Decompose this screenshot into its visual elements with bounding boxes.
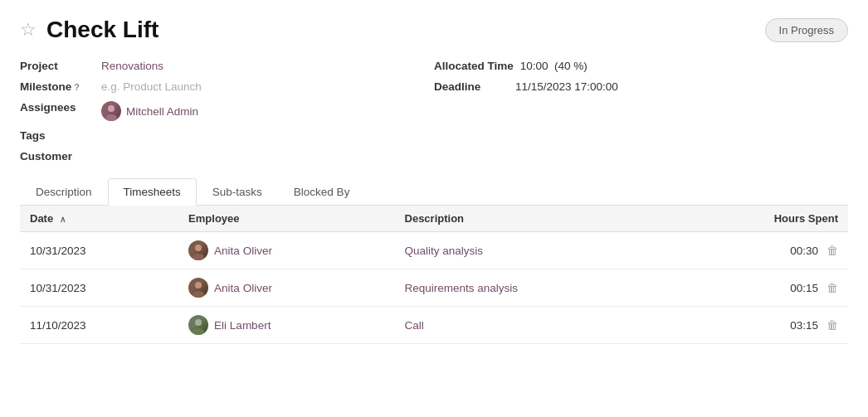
svg-point-4 bbox=[195, 282, 202, 289]
project-row: Project Renovations bbox=[20, 60, 434, 72]
employee-name[interactable]: Anita Oliver bbox=[214, 282, 272, 294]
cell-description-1: Requirements analysis bbox=[395, 269, 673, 307]
deadline-label: Deadline bbox=[434, 80, 509, 93]
milestone-label: Milestone ? bbox=[20, 80, 95, 93]
favorite-icon[interactable]: ☆ bbox=[20, 21, 37, 39]
tab-description[interactable]: Description bbox=[20, 178, 108, 206]
page-title: Check Lift bbox=[46, 17, 158, 43]
hours-value: 03:15 bbox=[790, 319, 818, 332]
description-value[interactable]: Requirements analysis bbox=[405, 282, 519, 294]
svg-point-7 bbox=[193, 328, 204, 335]
cell-description-0: Quality analysis bbox=[395, 232, 673, 269]
customer-label: Customer bbox=[20, 150, 95, 162]
delete-icon[interactable]: 🗑 bbox=[827, 244, 838, 257]
col-description: Description bbox=[395, 206, 673, 232]
table-row: 10/31/2023 Anita Oliver Requirements ana… bbox=[20, 269, 848, 307]
cell-date-0: 10/31/2023 bbox=[20, 232, 178, 269]
delete-icon[interactable]: 🗑 bbox=[827, 318, 838, 332]
page-header: ☆ Check Lift In Progress bbox=[20, 17, 848, 43]
timesheets-table: Date ∧ Employee Description Hours Spent … bbox=[20, 206, 848, 344]
allocated-time-value: 10:00 (40 %) bbox=[520, 60, 588, 72]
col-date[interactable]: Date ∧ bbox=[20, 206, 178, 232]
milestone-row: Milestone ? e.g. Product Launch bbox=[20, 80, 434, 93]
status-badge[interactable]: In Progress bbox=[765, 18, 848, 42]
avatar bbox=[101, 101, 121, 121]
tabs-section: Description Timesheets Sub-tasks Blocked… bbox=[20, 177, 848, 206]
employee-name[interactable]: Eli Lambert bbox=[214, 319, 271, 332]
svg-point-5 bbox=[193, 291, 204, 298]
delete-icon[interactable]: 🗑 bbox=[827, 281, 838, 294]
svg-point-6 bbox=[195, 319, 202, 326]
assignee-value[interactable]: Mitchell Admin bbox=[101, 101, 198, 121]
project-label: Project bbox=[20, 60, 95, 72]
tab-timesheets[interactable]: Timesheets bbox=[108, 178, 197, 206]
customer-row: Customer bbox=[20, 150, 434, 162]
hours-value: 00:15 bbox=[790, 282, 818, 294]
assignees-row: Assignees Mitchell Admin bbox=[20, 101, 434, 121]
description-value[interactable]: Quality analysis bbox=[405, 245, 484, 257]
table-section: Date ∧ Employee Description Hours Spent … bbox=[20, 206, 848, 344]
cell-description-2: Call bbox=[395, 307, 673, 344]
meta-right: Allocated Time 10:00 (40 %) Deadline 11/… bbox=[434, 60, 848, 162]
deadline-row: Deadline 11/15/2023 17:00:00 bbox=[434, 80, 848, 93]
svg-point-3 bbox=[193, 254, 204, 260]
cell-hours-2: 03:15 🗑 bbox=[673, 307, 848, 344]
col-hours: Hours Spent bbox=[673, 206, 848, 232]
table-row: 10/31/2023 Anita Oliver Quality analysis… bbox=[20, 232, 848, 269]
svg-point-1 bbox=[105, 114, 117, 121]
meta-section: Project Renovations Milestone ? e.g. Pro… bbox=[20, 60, 848, 162]
project-value[interactable]: Renovations bbox=[101, 60, 163, 72]
milestone-help-icon[interactable]: ? bbox=[74, 82, 80, 92]
hours-value: 00:30 bbox=[790, 245, 818, 257]
table-header-row: Date ∧ Employee Description Hours Spent bbox=[20, 206, 848, 232]
assignees-label: Assignees bbox=[20, 101, 95, 114]
cell-hours-0: 00:30 🗑 bbox=[673, 232, 848, 269]
tags-label: Tags bbox=[20, 129, 95, 142]
avatar bbox=[188, 315, 208, 335]
cell-hours-1: 00:15 🗑 bbox=[673, 269, 848, 307]
cell-employee-1: Anita Oliver bbox=[178, 269, 394, 307]
description-value[interactable]: Call bbox=[405, 319, 424, 332]
cell-date-1: 10/31/2023 bbox=[20, 269, 178, 307]
tab-subtasks[interactable]: Sub-tasks bbox=[197, 178, 278, 206]
milestone-value[interactable]: e.g. Product Launch bbox=[101, 80, 202, 93]
cell-employee-0: Anita Oliver bbox=[178, 232, 394, 269]
cell-date-2: 11/10/2023 bbox=[20, 307, 178, 344]
assignee-name[interactable]: Mitchell Admin bbox=[126, 105, 198, 118]
allocated-time-label: Allocated Time bbox=[434, 60, 514, 72]
meta-left: Project Renovations Milestone ? e.g. Pro… bbox=[20, 60, 434, 162]
employee-name[interactable]: Anita Oliver bbox=[214, 245, 272, 257]
cell-employee-2: Eli Lambert bbox=[178, 307, 394, 344]
tags-row: Tags bbox=[20, 129, 434, 142]
tab-blockedby[interactable]: Blocked By bbox=[278, 178, 366, 206]
svg-point-2 bbox=[195, 245, 202, 251]
deadline-value: 11/15/2023 17:00:00 bbox=[515, 80, 618, 93]
table-row: 11/10/2023 Eli Lambert Call 03:15 🗑 bbox=[20, 307, 848, 344]
title-area: ☆ Check Lift bbox=[20, 17, 158, 43]
avatar bbox=[188, 240, 208, 260]
sort-date-icon: ∧ bbox=[60, 215, 66, 224]
avatar bbox=[188, 278, 208, 298]
tabs: Description Timesheets Sub-tasks Blocked… bbox=[20, 177, 848, 205]
col-employee: Employee bbox=[178, 206, 394, 232]
allocated-time-row: Allocated Time 10:00 (40 %) bbox=[434, 60, 848, 72]
svg-point-0 bbox=[108, 105, 115, 112]
